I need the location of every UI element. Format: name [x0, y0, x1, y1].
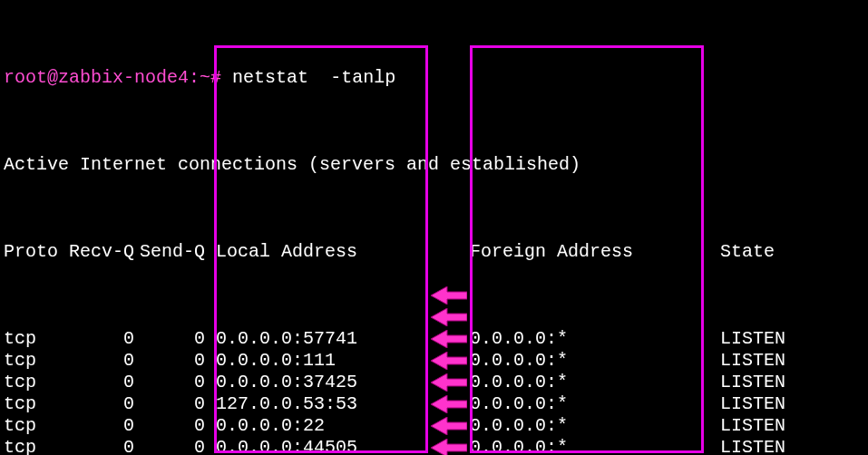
cell-foreign: 0.0.0.0:*: [470, 372, 720, 393]
cell-sendq: 0: [134, 372, 205, 393]
connections-header: Active Internet connections (servers and…: [4, 154, 864, 176]
cell-proto: tcp: [4, 393, 63, 415]
table-row: tcp00 0.0.0.0:220.0.0.0:*LISTEN: [4, 415, 864, 437]
cell-sendq: 0: [134, 328, 205, 350]
table-row: tcp00 127.0.0.53:530.0.0.0:*LISTEN: [4, 393, 864, 415]
prompt-user-host: root@zabbix-node4: [4, 67, 189, 88]
cell-foreign: 0.0.0.0:*: [470, 350, 720, 372]
command-text: netstat -tanlp: [232, 67, 395, 88]
cell-proto: tcp: [4, 350, 63, 372]
cell-state: LISTEN: [720, 393, 785, 415]
cell-sendq: 0: [134, 393, 205, 415]
cell-recvq: 0: [63, 437, 134, 455]
col-local: Local Address: [216, 241, 470, 263]
cell-recvq: 0: [63, 328, 134, 350]
cell-foreign: 0.0.0.0:*: [470, 393, 720, 415]
cell-local: 0.0.0.0:111: [216, 350, 470, 372]
col-foreign: Foreign Address: [470, 241, 720, 263]
cell-state: LISTEN: [720, 437, 785, 455]
cell-sendq: 0: [134, 350, 205, 372]
cell-local: 0.0.0.0:44505: [216, 437, 470, 455]
cell-local: 0.0.0.0:57741: [216, 328, 470, 350]
col-state: State: [720, 241, 775, 263]
terminal-window[interactable]: root@zabbix-node4:~# netstat -tanlp Acti…: [0, 0, 868, 455]
cell-local: 0.0.0.0:22: [216, 415, 470, 437]
cell-recvq: 0: [63, 350, 134, 372]
col-proto: Proto: [4, 241, 63, 263]
prompt-cwd: ~: [200, 67, 210, 88]
cell-state: LISTEN: [720, 415, 785, 437]
cell-proto: tcp: [4, 437, 63, 455]
cell-proto: tcp: [4, 328, 63, 350]
cell-foreign: 0.0.0.0:*: [470, 437, 720, 455]
cell-recvq: 0: [63, 372, 134, 393]
table-row: tcp00 0.0.0.0:577410.0.0.0:*LISTEN: [4, 328, 864, 350]
prompt-line[interactable]: root@zabbix-node4:~# netstat -tanlp: [4, 67, 864, 89]
cell-foreign: 0.0.0.0:*: [470, 328, 720, 350]
cell-foreign: 0.0.0.0:*: [470, 415, 720, 437]
cell-recvq: 0: [63, 393, 134, 415]
cell-state: LISTEN: [720, 328, 785, 350]
cell-state: LISTEN: [720, 350, 785, 372]
prompt-symbol: #: [210, 67, 221, 88]
table-row: tcp00 0.0.0.0:445050.0.0.0:*LISTEN: [4, 437, 864, 455]
cell-local: 127.0.0.53:53: [216, 393, 470, 415]
table-row: tcp00 0.0.0.0:374250.0.0.0:*LISTEN: [4, 372, 864, 393]
column-headers: ProtoRecv-QSend-Q Local AddressForeign A…: [4, 241, 864, 263]
cell-sendq: 0: [134, 437, 205, 455]
col-sendq: Send-Q: [134, 241, 205, 263]
cell-recvq: 0: [63, 415, 134, 437]
col-recvq: Recv-Q: [63, 241, 134, 263]
cell-local: 0.0.0.0:37425: [216, 372, 470, 393]
cell-proto: tcp: [4, 372, 63, 393]
cell-sendq: 0: [134, 415, 205, 437]
table-row: tcp00 0.0.0.0:1110.0.0.0:*LISTEN: [4, 350, 864, 372]
cell-state: LISTEN: [720, 372, 785, 393]
cell-proto: tcp: [4, 415, 63, 437]
